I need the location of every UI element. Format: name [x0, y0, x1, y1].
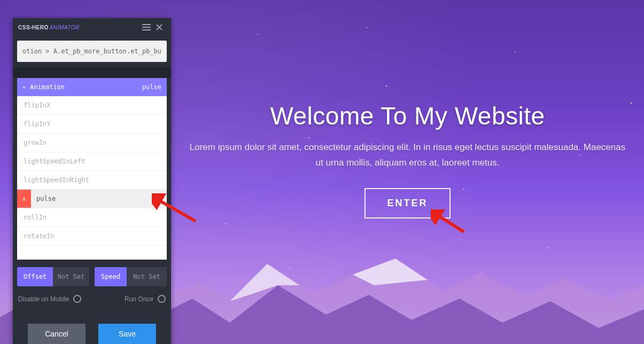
- animation-section-header[interactable]: ▾ Animation pulse: [17, 78, 167, 96]
- animation-item-growIn[interactable]: growIn: [17, 134, 167, 152]
- selector-row: [13, 36, 171, 67]
- remove-animation-icon[interactable]: x: [17, 190, 31, 208]
- offset-label: Offset: [17, 267, 53, 286]
- panel-divider: [13, 67, 171, 78]
- speed-control[interactable]: Speed Not Set: [95, 267, 167, 286]
- animation-item-label: growIn: [24, 139, 46, 146]
- offset-value: Not Set: [53, 273, 89, 280]
- animation-item-lightSpeedInLeft[interactable]: lightSpeedInLeft: [17, 152, 167, 171]
- cancel-button[interactable]: Cancel: [28, 324, 86, 344]
- brand-logo: CSS›HEROANIMATOR: [18, 25, 80, 30]
- controls-row: Offset Not Set Speed Not Set: [13, 260, 171, 290]
- offset-control[interactable]: Offset Not Set: [17, 267, 89, 286]
- save-button[interactable]: Save: [98, 324, 156, 344]
- animation-item-label: lightSpeedInRight: [24, 176, 89, 184]
- run-once-toggle[interactable]: [158, 295, 166, 303]
- panel-footer: Cancel Save: [13, 316, 171, 344]
- animation-item-label: rotateIn: [24, 232, 55, 240]
- speed-value: Not Set: [127, 273, 167, 280]
- disable-mobile-toggle[interactable]: [73, 295, 81, 303]
- animation-item-flipInY[interactable]: flipInY: [17, 115, 167, 134]
- animation-item-label: pulse: [36, 195, 56, 202]
- animation-section-label: Animation: [30, 83, 65, 91]
- animation-item-rotateIn[interactable]: rotateIn: [17, 227, 167, 246]
- menu-icon[interactable]: [140, 21, 153, 34]
- disable-mobile-label: Disable on Mobile: [18, 295, 69, 303]
- animation-item-lightSpeedInRight[interactable]: lightSpeedInRight: [17, 171, 167, 190]
- animation-item-label: lightSpeedInLeft: [24, 158, 86, 165]
- chevron-down-icon: ▾: [22, 84, 26, 90]
- page-subtitle: Lorem ipsum dolor sit amet, consectetur …: [189, 140, 627, 171]
- animation-item-pulse[interactable]: xpulse: [17, 190, 167, 208]
- speed-label: Speed: [95, 267, 127, 286]
- enter-button[interactable]: ENTER: [364, 188, 450, 218]
- hero-content: Welcome To My Website Lorem ipsum dolor …: [171, 101, 644, 218]
- close-icon[interactable]: [153, 21, 166, 34]
- run-once-label: Run Once: [125, 295, 153, 303]
- selector-input[interactable]: [17, 41, 167, 62]
- animation-item-rollIn[interactable]: rollIn: [17, 208, 167, 227]
- toggles-row: Disable on Mobile Run Once: [13, 290, 171, 303]
- page-title: Welcome To My Website: [171, 101, 644, 130]
- panel-header: CSS›HEROANIMATOR: [13, 18, 171, 36]
- animation-item-flipInX[interactable]: flipInX: [17, 96, 167, 115]
- animation-current-value: pulse: [142, 83, 161, 91]
- animation-item-label: rollIn: [24, 214, 46, 221]
- animation-list[interactable]: flipInXflipInYgrowInlightSpeedInLeftligh…: [17, 96, 167, 260]
- animation-item-label: flipInY: [24, 120, 51, 128]
- animator-panel: CSS›HEROANIMATOR ▾ Animation pulse flipI…: [13, 18, 171, 344]
- animation-block: ▾ Animation pulse flipInXflipInYgrowInli…: [17, 78, 167, 260]
- animation-item-label: flipInX: [24, 101, 51, 109]
